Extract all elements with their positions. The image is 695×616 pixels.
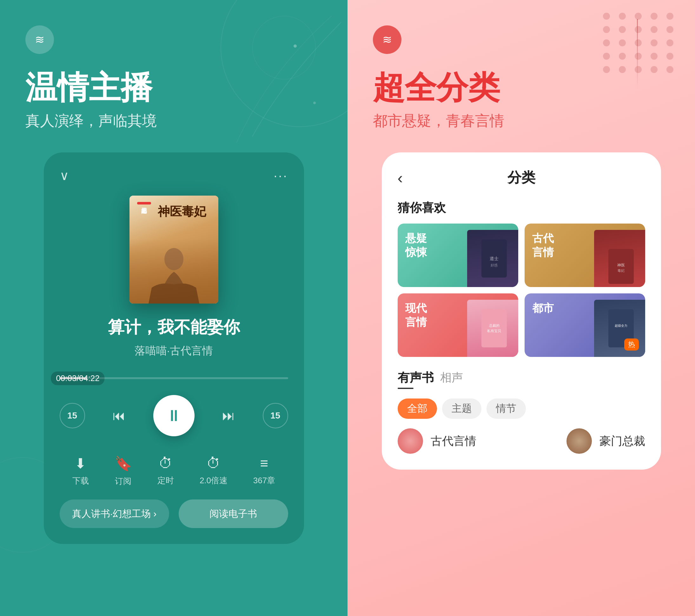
right-bg-line [637, 19, 638, 89]
avatar-ancient [397, 428, 423, 454]
cat-label-modern: 现代言情 [405, 301, 427, 329]
right-bg-dots [603, 13, 676, 73]
tab-theme[interactable]: 主题 [442, 399, 481, 419]
cat-label-city: 都市 [532, 301, 554, 315]
timer-button[interactable]: ⏱ 定时 [157, 455, 174, 487]
right-panel: ≋ 超全分类 都市悬疑，青春言情 ‹ 分类 猜你喜欢 悬疑惊悚 道士 [348, 0, 695, 616]
cat-label-ancient: 古代言情 [532, 231, 554, 259]
progress-time: 00:03/04:22 [51, 371, 104, 385]
progress-area[interactable]: 00:03/04:22 [60, 374, 288, 379]
chapters-icon: ≡ [260, 455, 269, 471]
book-cover: 都王的心尖宠妃 神医毒妃 [130, 196, 218, 303]
svg-text:私有宝贝: 私有宝贝 [487, 329, 501, 333]
prev-button[interactable]: ⏮ [106, 403, 132, 428]
tab-plot[interactable]: 情节 [487, 399, 526, 419]
cat-book-modern: 总裁的 私有宝贝 [467, 300, 518, 357]
category-card-modern[interactable]: 现代言情 总裁的 私有宝贝 [397, 294, 518, 357]
audio-section-label: 有声书 [397, 370, 434, 386]
back-button[interactable]: ‹ [397, 169, 403, 187]
left-headline: 温情主播 真人演绎，声临其境 [26, 70, 157, 131]
speed-label: 2.0倍速 [200, 475, 227, 486]
category-card-city[interactable]: 都市 超级全力 热 [525, 294, 645, 357]
bottom-buttons: 真人讲书·幻想工场 › 阅读电子书 [60, 499, 288, 528]
cat-book-ancient: 神医 毒妃 [594, 230, 645, 287]
hot-badge: 热 [624, 338, 639, 351]
right-phone-card: ‹ 分类 猜你喜欢 悬疑惊悚 道士 好惑 [382, 152, 661, 470]
song-subtitle: 落喵喵·古代言情 [135, 344, 213, 358]
label-elite: 豪门总裁 [599, 433, 645, 449]
screen-title: 分类 [507, 168, 536, 187]
svg-rect-7 [481, 309, 507, 347]
next-button[interactable]: ⏭ [216, 403, 241, 428]
left-logo-icon: ≋ [35, 33, 45, 46]
download-icon: ⬇ [74, 455, 86, 471]
left-logo-circle: ≋ [26, 26, 54, 54]
right-headline: 超全分类 都市悬疑，青春言情 [373, 70, 504, 131]
right-phone-header: ‹ 分类 [397, 168, 645, 187]
more-menu-button[interactable]: ··· [274, 169, 288, 183]
svg-text:道士: 道士 [490, 256, 498, 261]
subscribe-label: 订阅 [115, 476, 131, 487]
rewind-button[interactable]: 15 [60, 403, 85, 428]
avatar-elite [566, 428, 592, 454]
collapse-button[interactable]: ∨ [60, 168, 69, 183]
right-logo-area: ≋ [373, 26, 402, 54]
subscribe-icon: 🔖 [115, 455, 132, 472]
list-item-ancient[interactable]: 古代言情 豪门总裁 [397, 428, 645, 454]
play-pause-button[interactable]: ⏸ [153, 395, 194, 436]
song-title: 算计，我不能娶你 [108, 316, 240, 338]
left-headline-title: 温情主播 [26, 70, 157, 105]
chapters-label: 367章 [253, 475, 275, 486]
audio-subsection-label: 相声 [440, 370, 463, 385]
svg-text:超级全力: 超级全力 [615, 324, 627, 327]
audio-section: 有声书 相声 [397, 370, 645, 389]
action-bar: ⬇ 下载 🔖 订阅 ⏱ 定时 ⏱ 2.0倍速 ≡ 367章 [60, 455, 288, 487]
speed-button[interactable]: ⏱ 2.0倍速 [200, 455, 227, 487]
pause-icon: ⏸ [166, 406, 182, 425]
left-headline-subtitle: 真人演绎，声临其境 [26, 111, 157, 131]
svg-text:毒妃: 毒妃 [617, 269, 625, 272]
label-ancient: 古代言情 [431, 433, 476, 449]
left-panel: ≋ 温情主播 真人演绎，声临其境 ∨ ··· 都王的心尖宠妃 神医毒妃 [0, 0, 348, 616]
book-cover-title: 神医毒妃 [149, 202, 215, 218]
guess-section-label: 猜你喜欢 [397, 200, 645, 216]
category-card-mystery[interactable]: 悬疑惊悚 道士 好惑 [397, 223, 518, 287]
timer-icon: ⏱ [159, 455, 173, 471]
forward-button[interactable]: 15 [263, 403, 288, 428]
svg-text:神医: 神医 [617, 263, 625, 267]
right-headline-subtitle: 都市悬疑，青春言情 [373, 111, 504, 131]
category-tabs: 全部 主题 情节 [397, 399, 645, 419]
left-phone-card: ∨ ··· 都王的心尖宠妃 神医毒妃 [44, 152, 304, 544]
section-underline [397, 388, 413, 389]
svg-point-0 [164, 248, 183, 270]
right-logo-icon: ≋ [383, 33, 392, 46]
right-headline-title: 超全分类 [373, 70, 504, 105]
speed-icon: ⏱ [207, 455, 221, 471]
left-logo-area: ≋ [26, 26, 54, 54]
category-grid: 悬疑惊悚 道士 好惑 古代言情 [397, 223, 645, 357]
categories-list: 古代言情 豪门总裁 [397, 428, 645, 454]
tab-all[interactable]: 全部 [397, 399, 437, 419]
cat-label-mystery: 悬疑惊悚 [405, 231, 427, 259]
download-label: 下载 [72, 475, 89, 486]
cat-book-mystery: 道士 好惑 [467, 230, 518, 287]
timer-label: 定时 [157, 475, 174, 486]
chapters-button[interactable]: ≡ 367章 [253, 455, 275, 487]
ebook-button[interactable]: 阅读电子书 [179, 499, 288, 528]
player-controls: 15 ⏮ ⏸ ⏭ 15 [60, 395, 288, 436]
download-button[interactable]: ⬇ 下载 [72, 455, 89, 487]
subscribe-button[interactable]: 🔖 订阅 [115, 455, 132, 487]
right-logo-circle: ≋ [373, 26, 402, 54]
svg-text:总裁的: 总裁的 [489, 323, 499, 327]
book-cover-inner: 都王的心尖宠妃 神医毒妃 [130, 196, 218, 303]
svg-text:好惑: 好惑 [491, 263, 497, 267]
category-card-ancient[interactable]: 古代言情 神医 毒妃 [525, 223, 645, 287]
progress-bar[interactable]: 00:03/04:22 [60, 377, 288, 379]
reader-button[interactable]: 真人讲书·幻想工场 › [60, 499, 169, 528]
player-top-bar: ∨ ··· [60, 168, 288, 183]
